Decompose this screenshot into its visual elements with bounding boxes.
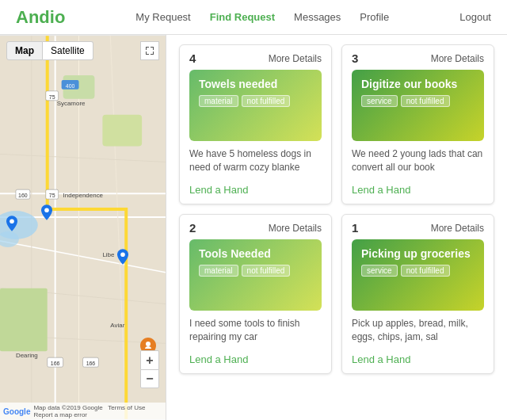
svg-text:75: 75 <box>49 193 55 198</box>
card-groceries-header: 1 More Details <box>342 215 494 239</box>
card-groceries-image: Picking up groceries service not fulfill… <box>352 239 484 311</box>
map-attribution: Map data ©2019 Google Terms of Use Repor… <box>33 404 162 418</box>
svg-rect-14 <box>102 115 142 147</box>
svg-text:Dearing: Dearing <box>16 352 38 359</box>
card-digitize-image: Digitize our books service not fulfilled <box>352 70 484 141</box>
card-towels-tag-0: material <box>199 95 238 107</box>
svg-text:400: 400 <box>66 83 75 89</box>
google-logo: Google <box>3 407 30 416</box>
card-groceries-tags: service not fulfilled <box>361 265 475 277</box>
card-tools: 2 More Details Tools Needed material not… <box>179 214 332 374</box>
svg-text:75: 75 <box>49 94 55 100</box>
main-nav: My Request Find Request Messages Profile <box>135 11 389 23</box>
card-digitize-tags: service not fulfilled <box>361 95 475 107</box>
svg-point-35 <box>120 252 125 257</box>
card-tools-header: 2 More Details <box>180 215 331 239</box>
map-area: Sycamore Independence Libe Aviar Dearing… <box>0 35 166 420</box>
card-towels-title: Towels needed <box>199 78 312 90</box>
map-pin-1[interactable] <box>41 204 52 220</box>
card-tools-desc: I need some tools to finish repairing my… <box>180 311 331 349</box>
satellite-view-button[interactable]: Satellite <box>43 41 93 60</box>
card-tools-cta[interactable]: Lend a Hand <box>180 349 331 373</box>
nav-find-request[interactable]: Find Request <box>210 11 275 23</box>
header: Andio My Request Find Request Messages P… <box>0 0 507 35</box>
zoom-controls: + − <box>140 350 159 388</box>
card-tools-tag-1: not fulfilled <box>242 265 291 277</box>
card-digitize-tag-1: not fulfilled <box>401 95 450 107</box>
card-groceries-title: Picking up groceries <box>361 247 475 260</box>
card-tools-tag-0: material <box>199 265 238 277</box>
cards-grid: 4 More Details Towels needed material no… <box>179 44 494 374</box>
card-tools-tags: material not fulfilled <box>199 265 312 277</box>
svg-text:Libe: Libe <box>102 251 115 258</box>
card-towels-tag-1: not fulfilled <box>242 95 291 107</box>
svg-text:Sycamore: Sycamore <box>57 100 86 107</box>
card-digitize-tag-0: service <box>361 95 398 107</box>
map-pin-2[interactable] <box>6 216 17 231</box>
card-towels-header: 4 More Details <box>180 45 331 70</box>
card-towels: 4 More Details Towels needed material no… <box>179 44 332 204</box>
card-towels-desc: We have 5 homeless dogs in need of warm … <box>180 141 331 179</box>
card-digitize-desc: We need 2 young lads that can convert al… <box>342 141 494 179</box>
map-pin-3[interactable] <box>117 249 128 265</box>
card-groceries-desc: Pick up apples, bread, milk, eggs, chips… <box>342 311 494 349</box>
card-towels-number: 4 <box>189 52 196 65</box>
expand-icon <box>145 46 154 55</box>
logout-button[interactable]: Logout <box>459 11 491 23</box>
card-towels-image: Towels needed material not fulfilled <box>189 70 322 141</box>
card-groceries-more-details[interactable]: More Details <box>431 223 484 234</box>
svg-text:166: 166 <box>86 361 96 366</box>
card-digitize-header: 3 More Details <box>342 45 494 70</box>
zoom-in-button[interactable]: + <box>140 350 159 369</box>
svg-point-34 <box>10 219 14 223</box>
card-digitize-title: Digitize our books <box>361 78 475 90</box>
nav-profile[interactable]: Profile <box>360 11 389 23</box>
card-towels-more-details[interactable]: More Details <box>269 53 322 64</box>
card-groceries-tag-1: not fulfilled <box>401 265 450 277</box>
svg-point-33 <box>44 208 49 212</box>
card-towels-cta[interactable]: Lend a Hand <box>180 179 331 204</box>
card-towels-tags: material not fulfilled <box>199 95 312 107</box>
zoom-out-button[interactable]: − <box>140 369 159 388</box>
card-groceries-cta[interactable]: Lend a Hand <box>342 349 494 373</box>
svg-rect-15 <box>0 288 48 352</box>
card-tools-more-details[interactable]: More Details <box>269 223 322 234</box>
card-groceries-tag-0: service <box>361 265 398 277</box>
nav-my-request[interactable]: My Request <box>135 11 190 23</box>
card-digitize-cta[interactable]: Lend a Hand <box>342 179 494 204</box>
svg-text:Aviar: Aviar <box>110 322 124 329</box>
svg-text:Independence: Independence <box>63 192 104 199</box>
card-digitize-number: 3 <box>352 52 358 65</box>
card-tools-title: Tools Needed <box>199 247 312 260</box>
cards-panel: 4 More Details Towels needed material no… <box>166 35 507 420</box>
card-groceries: 1 More Details Picking up groceries serv… <box>341 214 494 374</box>
card-tools-image: Tools Needed material not fulfilled <box>189 239 322 311</box>
map-container: Sycamore Independence Libe Aviar Dearing… <box>0 35 166 420</box>
map-controls: Map Satellite <box>6 41 93 60</box>
card-tools-number: 2 <box>189 221 196 235</box>
nav-messages[interactable]: Messages <box>294 11 341 23</box>
logo: Andio <box>16 7 65 28</box>
map-view-button[interactable]: Map <box>6 41 43 60</box>
card-groceries-number: 1 <box>352 221 358 235</box>
svg-text:166: 166 <box>51 361 60 366</box>
card-digitize-more-details[interactable]: More Details <box>431 53 484 64</box>
card-digitize: 3 More Details Digitize our books servic… <box>341 44 494 204</box>
svg-point-36 <box>146 342 151 346</box>
main-content: Sycamore Independence Libe Aviar Dearing… <box>0 35 507 420</box>
svg-text:160: 160 <box>18 193 28 198</box>
expand-map-button[interactable] <box>140 41 159 60</box>
map-footer: Google Map data ©2019 Google Terms of Us… <box>0 403 166 420</box>
